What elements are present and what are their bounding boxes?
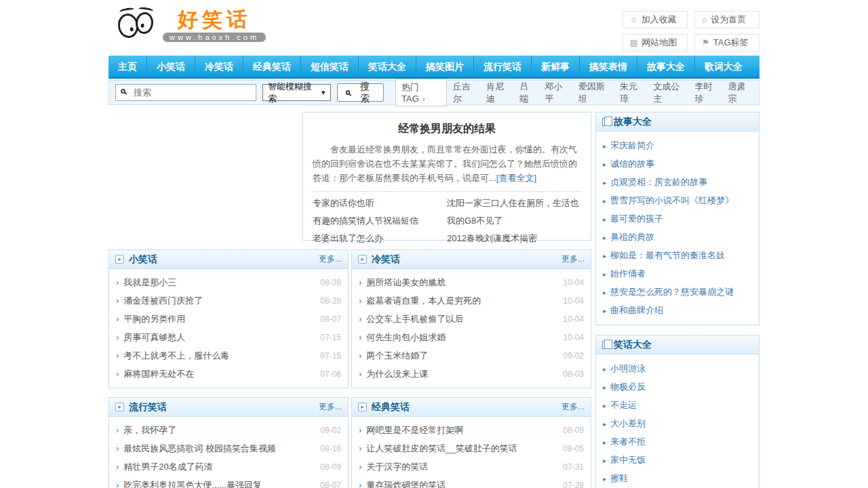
sidebar-item[interactable]: 宋庆龄简介 (596, 136, 759, 155)
add-favorite-button[interactable]: 加入收藏 (623, 11, 688, 28)
list-item[interactable]: 让人笑破肚皮的笑话__笑破肚子的笑话08-05 (352, 439, 591, 458)
more-link[interactable]: 更多... (561, 401, 585, 413)
item-title[interactable]: 为什么没来上课 (359, 368, 428, 380)
sidebar-item[interactable]: 大小差别 (596, 414, 759, 432)
featured-link[interactable]: 我的G8不见了 (447, 212, 581, 230)
list-item[interactable]: 我就是那小三08-28 (109, 273, 348, 291)
nav-item-funny-pics[interactable]: 搞笑图片 (416, 56, 474, 77)
sidebar-item[interactable]: 柳如是：最有气节的秦淮名妓 (596, 246, 759, 264)
set-homepage-button[interactable]: 设为首页 (694, 11, 760, 28)
item-title[interactable]: 关于汉字的笑话 (359, 461, 428, 473)
hot-tag[interactable]: 李时珍 (695, 81, 719, 105)
list-item[interactable]: 房事可真够愁人07-15 (109, 328, 348, 346)
list-item[interactable]: 精壮男子20名成了药渣08-09 (109, 458, 348, 476)
featured-link[interactable]: 2012春晚刘谦魔术揭密 (447, 230, 581, 247)
featured-link[interactable]: 有趣的搞笑情人节祝福短信 (313, 212, 447, 230)
list-item[interactable]: 盗墓者请自重，本人是穷死的10-04 (352, 291, 591, 310)
item-title[interactable]: 何先生向包小姐求婚 (359, 331, 446, 344)
list-item[interactable]: 何先生向包小姐求婚10-04 (352, 328, 591, 346)
item-title[interactable]: 吃完奥利奥拉黑色大便......暴强回复 (116, 479, 262, 488)
read-more-link[interactable]: [查看全文] (496, 173, 536, 183)
sidebar-item[interactable]: 慈安是怎么死的？慈安暴崩之谜 (596, 283, 759, 301)
item-title[interactable]: 盗墓者请自重，本人是穷死的 (359, 295, 481, 307)
list-item[interactable]: 两个玉米结婚了09-02 (352, 346, 591, 365)
more-link[interactable]: 更多... (319, 253, 342, 265)
list-item[interactable]: 麻将国粹无处不在07-06 (109, 365, 348, 383)
item-title[interactable]: 我就是那小三 (116, 277, 176, 289)
featured-title[interactable]: 经常换男朋友的结果 (313, 122, 581, 136)
sidebar-item[interactable]: 小明游泳 (596, 359, 759, 378)
nav-item-home[interactable]: 主页 (108, 56, 147, 77)
search-input[interactable] (115, 84, 256, 101)
nav-item-funny-emotes[interactable]: 搞笑表情 (580, 56, 637, 77)
sidebar-item[interactable]: 诚信的故事 (596, 155, 759, 173)
nav-item-lyrics[interactable]: 歌词大全 (695, 56, 752, 77)
list-item[interactable]: 厕所搭讪美女的尴尬10-04 (352, 273, 591, 291)
list-item[interactable]: 平胸的另类作用08-07 (109, 310, 348, 328)
nav-item-joke-collection[interactable]: 笑话大全 (359, 56, 416, 77)
item-title[interactable]: 平胸的另类作用 (116, 313, 185, 325)
item-title[interactable]: 房事可真够愁人 (116, 331, 185, 344)
search-button[interactable]: 搜 索 (337, 83, 384, 102)
item-title[interactable]: 两个玉米结婚了 (359, 350, 428, 362)
list-item[interactable]: 吃完奥利奥拉黑色大便......暴强回复08-07 (109, 476, 348, 488)
nav-item-classic-jokes[interactable]: 经典笑话 (243, 56, 301, 77)
section-title: 冷笑话 (372, 253, 400, 266)
hot-tag[interactable]: 肯尼迪 (486, 81, 511, 105)
hot-tag[interactable]: 朱元璋 (620, 81, 644, 105)
item-title[interactable]: 最炫民族风恶搞歌词 校园搞笑合集视频 (116, 443, 276, 455)
more-link[interactable]: 更多... (319, 401, 342, 413)
list-item[interactable]: 最炫民族风恶搞歌词 校园搞笑合集视频08-16 (109, 439, 348, 458)
list-item[interactable]: 董存瑞炸碉堡的笑话07-28 (352, 476, 591, 488)
list-item[interactable]: 关于汉字的笑话07-31 (352, 458, 591, 476)
list-item[interactable]: 亲，我怀孕了09-02 (109, 421, 348, 439)
sidebar-item[interactable]: 曲和曲牌介绍 (596, 301, 759, 319)
tag-button[interactable]: TAG标签 (694, 34, 760, 52)
featured-link[interactable]: 专家的话你也听 (313, 195, 447, 212)
sidebar-item[interactable]: 物极必反 (596, 378, 759, 396)
list-item[interactable]: 为什么没来上课08-03 (352, 365, 591, 383)
sidebar-item[interactable]: 最可爱的孩子 (596, 209, 759, 228)
item-title[interactable]: 公交车上手机被偷了以后 (359, 313, 463, 325)
sidebar-item[interactable]: 不走运 (596, 396, 759, 414)
nav-item-cold-jokes[interactable]: 冷笑话 (195, 56, 243, 77)
list-item[interactable]: 公交车上手机被偷了以后10-04 (352, 310, 591, 328)
item-title[interactable]: 董存瑞炸碉堡的笑话 (359, 479, 446, 488)
item-title[interactable]: 潘金莲被西门庆抢了 (116, 295, 203, 307)
item-title[interactable]: 麻将国粹无处不在 (116, 368, 194, 380)
section-icon (358, 255, 367, 264)
hot-tag[interactable]: 吕端 (519, 81, 536, 105)
sidebar-item[interactable]: 擦鞋 (596, 469, 759, 487)
sidebar-item[interactable]: 贞观贤相：房玄龄的故事 (596, 173, 759, 191)
nav-item-news[interactable]: 新鲜事 (532, 56, 580, 77)
sidebar-item[interactable]: 来者不拒 (596, 432, 759, 451)
nav-item-popular-jokes[interactable]: 流行笑话 (474, 56, 532, 77)
hot-tag[interactable]: 邓小平 (545, 81, 569, 105)
nav-item-small-jokes[interactable]: 小笑话 (147, 56, 195, 77)
item-title[interactable]: 亲，我怀孕了 (116, 424, 176, 436)
nav-item-stories[interactable]: 故事大全 (637, 56, 695, 77)
list-item[interactable]: 潘金莲被西门庆抢了08-28 (109, 291, 348, 310)
hot-tag[interactable]: 文成公主 (653, 81, 686, 105)
more-link[interactable]: 更多... (561, 253, 585, 265)
list-item[interactable]: 考不上就考不上，服什么毒07-15 (109, 346, 348, 365)
sidebar-item[interactable]: 家中无饭 (596, 451, 759, 469)
item-title[interactable]: 网吧里是不是经常打架啊 (359, 424, 463, 436)
site-logo[interactable]: 好笑话 www.haoxh.com (118, 7, 266, 42)
featured-link[interactable]: 沈阳一家三口人住在厕所，生活也 (447, 195, 581, 212)
hot-tag[interactable]: 唐肃宗 (728, 81, 753, 105)
item-title[interactable]: 厕所搭讪美女的尴尬 (359, 277, 446, 289)
list-item[interactable]: 网吧里是不是经常打架啊08-09 (352, 421, 591, 439)
sidebar-item[interactable]: 曹雪芹写的小说不叫《红楼梦》 (596, 191, 759, 209)
hot-tag[interactable]: 丘吉尔 (453, 81, 477, 105)
item-title[interactable]: 让人笑破肚皮的笑话__笑破肚子的笑话 (359, 443, 517, 455)
search-mode-select[interactable]: 智能模糊搜索 (262, 84, 331, 101)
item-title[interactable]: 考不上就考不上，服什么毒 (116, 350, 229, 362)
sitemap-button[interactable]: 网站地图 (623, 34, 688, 52)
hot-tag[interactable]: 爱因斯坦 (578, 81, 611, 105)
item-title[interactable]: 精壮男子20名成了药渣 (116, 461, 213, 473)
sidebar-item[interactable]: 鼻祖的典故 (596, 228, 759, 246)
featured-link[interactable]: 老婆出轨了怎么办 (313, 230, 447, 247)
nav-item-sms-jokes[interactable]: 短信笑话 (301, 56, 359, 77)
sidebar-item[interactable]: 始作俑者 (596, 264, 759, 283)
